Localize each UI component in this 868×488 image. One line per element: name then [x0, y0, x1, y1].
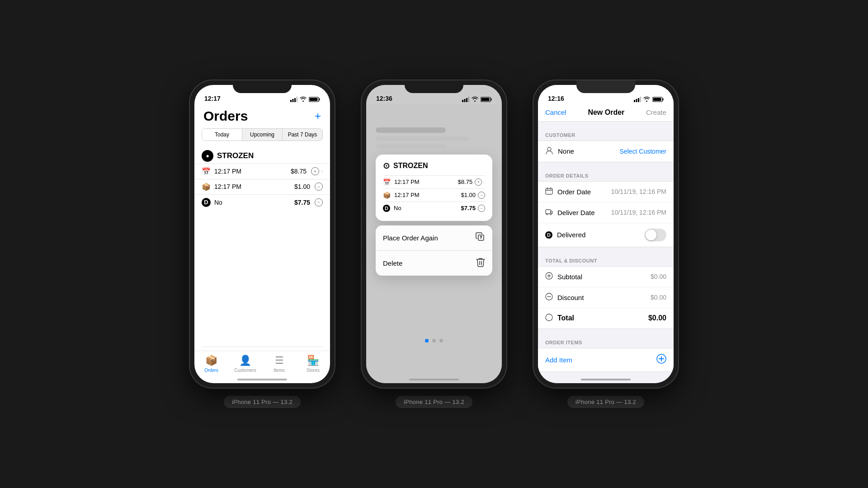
orders-header: Orders +: [194, 105, 330, 128]
svg-rect-22: [663, 98, 664, 100]
segment-upcoming[interactable]: Upcoming: [242, 129, 283, 141]
orders-add-button[interactable]: +: [315, 110, 321, 122]
segment-past7[interactable]: Past 7 Days: [283, 129, 322, 141]
orders-tab-label: Orders: [204, 368, 218, 373]
blurred-row-1: [376, 127, 492, 151]
context-menu-place-order[interactable]: Place Order Again: [376, 225, 492, 251]
subtotal-icon: [545, 272, 553, 282]
deliver-icon: [545, 208, 553, 217]
context-order-card: ⊙ STROZEN 📅 12:17 PM $8.75 + › 📦 12:17 P…: [376, 155, 492, 221]
signal-icon-3: [634, 97, 641, 102]
battery-icon-1: [309, 97, 320, 102]
context-menu-delete[interactable]: Delete: [376, 251, 492, 276]
context-time-2: 12:17 PM: [394, 192, 461, 198]
order-date-row[interactable]: Order Date 10/11/19, 12:16 PM: [538, 182, 674, 202]
cancel-button[interactable]: Cancel: [545, 108, 566, 116]
wifi-icon-2: [472, 97, 478, 102]
subtotal-row: Subtotal $0.00: [538, 267, 674, 287]
svg-point-27: [547, 213, 548, 215]
customers-tab-icon: 👤: [239, 355, 251, 366]
customers-tab-label: Customers: [234, 368, 256, 373]
select-customer-button[interactable]: Select Customer: [620, 148, 666, 155]
context-bg: ⊙ STROZEN 📅 12:17 PM $8.75 + › 📦 12:17 P…: [366, 105, 502, 383]
deliver-date-value: 10/11/19, 12:16 PM: [611, 209, 666, 216]
svg-rect-8: [464, 99, 466, 102]
total-row: Total $0.00: [538, 308, 674, 328]
total-section: TOTAL & DISCOUNT Subtotal $0.00: [538, 258, 674, 329]
order-details-card: Order Date 10/11/19, 12:16 PM Deliver Da…: [538, 181, 674, 247]
context-menu: Place Order Again Delete: [376, 225, 492, 276]
order-amount-1: $8.75: [291, 168, 307, 175]
phone-1-frame: 12:17 Orders + Today Upcoming Past 7 Day…: [190, 80, 335, 388]
segment-today[interactable]: Today: [202, 129, 242, 141]
deliver-date-row[interactable]: Deliver Date 10/11/19, 12:16 PM: [538, 202, 674, 223]
tab-orders[interactable]: 📦 Orders: [194, 355, 228, 373]
order-row-3[interactable]: D No $7.75 −: [194, 194, 330, 210]
discount-value: $0.00: [651, 294, 666, 301]
customer-row[interactable]: None Select Customer: [538, 141, 674, 162]
status-icons-1: [290, 97, 320, 102]
place-order-label: Place Order Again: [383, 234, 438, 242]
order-row-1[interactable]: 📅 12:17 PM $8.75 + ›: [194, 164, 330, 179]
svg-point-24: [547, 147, 551, 151]
svg-rect-0: [290, 100, 292, 102]
order-date-value: 10/11/19, 12:16 PM: [611, 188, 666, 195]
notch-1: [233, 80, 292, 93]
context-card-row-3: D No $7.75 −: [383, 202, 485, 215]
order-badge-1: +: [311, 167, 319, 175]
tab-customers[interactable]: 👤 Customers: [228, 355, 262, 373]
notch-2: [405, 80, 463, 93]
form-scroll: CUSTOMER None Select Customer: [538, 122, 674, 383]
context-card-header: ⊙ STROZEN: [383, 161, 485, 171]
items-tab-label: Items: [274, 368, 284, 373]
copy-icon: [475, 232, 485, 244]
delivered-icon: D: [545, 231, 552, 239]
svg-rect-13: [481, 98, 490, 101]
create-button[interactable]: Create: [646, 108, 666, 116]
stores-tab-icon: 🏪: [307, 355, 319, 366]
context-cal-icon: 📅: [383, 178, 391, 186]
order-details-label: ORDER DETAILS: [538, 173, 674, 181]
calendar-icon: [545, 187, 553, 197]
order-badge-3: −: [315, 198, 323, 206]
person-icon: [545, 146, 553, 156]
status-time-1: 12:17: [204, 95, 221, 102]
status-icons-2: [462, 97, 492, 102]
total-label: Total: [557, 314, 648, 322]
context-d-icon: D: [383, 205, 390, 212]
cal-icon-1: 📅: [202, 167, 211, 176]
phone-1-screen: 12:17 Orders + Today Upcoming Past 7 Day…: [194, 85, 330, 383]
order-badge-2: −: [315, 183, 323, 191]
total-section-label: TOTAL & DISCOUNT: [538, 258, 674, 266]
svg-point-28: [550, 213, 552, 215]
context-user-icon: ⊙: [383, 161, 390, 171]
signal-icon-1: [290, 97, 297, 102]
order-details-section: ORDER DETAILS Order Date 10/11/19, 12:16…: [538, 173, 674, 247]
wifi-icon-1: [300, 97, 307, 102]
context-badge-2: −: [478, 192, 485, 199]
deliver-date-label: Deliver Date: [557, 209, 611, 216]
svg-rect-18: [636, 99, 637, 102]
customer-section: CUSTOMER None Select Customer: [538, 132, 674, 162]
subtotal-label: Subtotal: [557, 273, 651, 281]
delivered-row: D Delivered: [538, 223, 674, 247]
context-card-row-1: 📅 12:17 PM $8.75 + ›: [383, 175, 485, 188]
add-item-row[interactable]: Add Item: [538, 348, 674, 371]
battery-icon-2: [481, 97, 492, 102]
wifi-icon-3: [643, 97, 650, 102]
tab-stores[interactable]: 🏪 Stores: [296, 355, 330, 373]
tab-items[interactable]: ☰ Items: [262, 355, 296, 373]
status-time-2: 12:36: [376, 95, 392, 102]
order-row-2[interactable]: 📦 12:17 PM $1.00 −: [194, 179, 330, 194]
order-amount-2: $1.00: [294, 183, 310, 190]
context-amount-2: $1.00: [461, 192, 476, 198]
phone-label-1: iPhone 11 Pro — 13.2: [224, 396, 301, 408]
order-time-3: No: [214, 199, 294, 206]
items-tab-icon: ☰: [275, 355, 284, 366]
orders-screen: Orders + Today Upcoming Past 7 Days ● ST…: [194, 105, 330, 383]
d-icon-1: D: [202, 198, 211, 207]
delivered-label: Delivered: [557, 231, 645, 239]
delivered-toggle[interactable]: [645, 229, 666, 241]
box-icon-1: 📦: [202, 183, 211, 191]
orders-title: Orders: [203, 108, 248, 124]
